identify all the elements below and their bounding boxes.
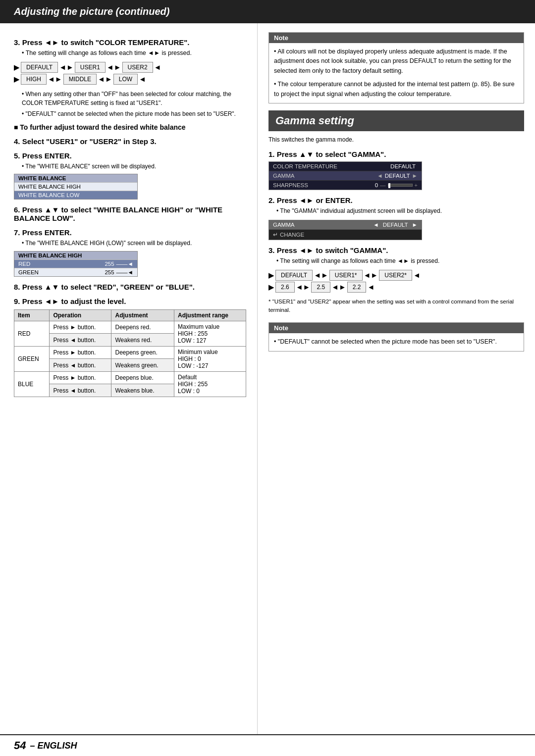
diag-arrow3: ◄► — [47, 75, 63, 83]
gamma-diag-arrow1: ◄► — [313, 271, 329, 279]
wbhl-screen: WHITE BALANCE HIGH RED 255 ——◄ GREEN 255… — [14, 251, 138, 277]
wbhl-red-bar: ——◄ — [116, 261, 133, 267]
ct-gamma-value: DEFAULT — [385, 173, 410, 179]
step5-bullet1: The "WHITE BALANCE" screen will be displ… — [22, 162, 246, 171]
page-footer: 54 – ENGLISH — [0, 734, 535, 756]
red-adj2: Weakens red. — [111, 334, 174, 347]
note-box-1: Note • All colours will not be displayed… — [268, 32, 524, 103]
step6-title: 6. Press ▲▼ to select "WHITE BALANCE HIG… — [14, 205, 246, 222]
arrow-corner-tl: ▶ — [14, 63, 20, 72]
blue-op1: Press ► button. — [50, 371, 111, 384]
note-box-1-header: Note — [269, 33, 524, 43]
blue-adj2: Weakens blue. — [111, 384, 174, 397]
ct-colortemp-value: DEFAULT — [390, 163, 416, 169]
gamma-step1-title: 1. Press ▲▼ to select "GAMMA". — [268, 150, 524, 158]
gamma-screen1: COLOR TEMPERATURE DEFAULT GAMMA ◄ DEFAUL… — [268, 161, 422, 190]
arrow-corner-bl: ▶ — [14, 75, 20, 84]
ct-row-sharpness: SHARPNESS 0 — + — [269, 181, 422, 190]
wb-row-low: WHITE BALANCE LOW — [14, 191, 137, 199]
sharpness-bar: 0 — + — [375, 182, 418, 188]
wbhl-green-label: GREEN — [18, 269, 105, 275]
step7-title: 7. Press ENTER. — [14, 228, 246, 237]
gamma-arrow-br: ◄ — [367, 283, 374, 291]
green-op1: Press ► button. — [50, 346, 111, 359]
note-box-2-header: Note — [269, 323, 524, 333]
gamma-screen2-arrow-right: ► — [412, 222, 418, 228]
note1-bullet1: • All colours will not be displayed prop… — [274, 47, 519, 76]
item-green: GREEN — [14, 346, 50, 371]
gamma-footnote: * "USER1" and "USER2" appear when the se… — [268, 298, 524, 315]
step3-bullet1: The setting will change as follows each … — [22, 49, 246, 58]
note2-bullet1: • "DEFAULT" cannot be selected when the … — [274, 337, 519, 347]
green-op2: Press ◄ button. — [50, 359, 111, 372]
gamma-diag-arrow2: ◄► — [363, 271, 379, 279]
red-op2: Press ◄ button. — [50, 334, 111, 347]
gamma-step3-title: 3. Press ◄► to switch "GAMMA". — [268, 246, 524, 254]
page-header: Adjusting the picture (continued) — [0, 0, 535, 23]
gamma-diag-user2: USER2* — [379, 270, 412, 281]
col-adjustment: Adjustment — [111, 309, 174, 321]
note-box-1-content: • All colours will not be displayed prop… — [269, 43, 524, 103]
wbhl-red-row: RED 255 ——◄ — [14, 260, 137, 268]
diag-low: LOW — [113, 74, 138, 85]
arrow-corner-br: ◄ — [139, 75, 146, 83]
ct-gamma-arrow-right: ► — [412, 173, 418, 179]
gamma-screen2-label: GAMMA — [273, 222, 373, 228]
diag-arrow4: ◄► — [97, 75, 113, 83]
wbhl-red-value: 255 — [105, 261, 114, 267]
wbhl-green-row: GREEN 255 ——◄ — [14, 268, 137, 276]
sharpness-end: + — [415, 182, 418, 188]
gamma-screen2: GAMMA ◄ DEFAULT ► ↵ CHANGE — [268, 220, 422, 240]
red-op1: Press ► button. — [50, 321, 111, 334]
gamma-step2-bullet1: The "GAMMA" individual adjustment screen… — [276, 206, 524, 216]
wb-screen: WHITE BALANCE WHITE BALANCE HIGH WHITE B… — [14, 174, 138, 200]
gamma-screen2-header: GAMMA ◄ DEFAULT ► — [269, 220, 422, 230]
wbhl-header: WHITE BALANCE HIGH — [14, 252, 137, 260]
col-range: Adjustment range — [174, 309, 246, 321]
diag-arrow1: ◄► — [58, 63, 75, 71]
wbhl-red-label: RED — [18, 261, 105, 267]
blue-op2: Press ◄ button. — [50, 384, 111, 397]
item-blue: BLUE — [14, 371, 50, 397]
step5-title: 5. Press ENTER. — [14, 151, 246, 160]
gamma-arrow-tr: ◄ — [413, 271, 421, 279]
col-operation: Operation — [50, 309, 111, 321]
diag-user1: USER1 — [75, 62, 106, 73]
diag-user2: USER2 — [122, 62, 153, 73]
step7-bullet1: The "WHITE BALANCE HIGH (LOW)" screen wi… — [22, 239, 246, 248]
red-row1: RED Press ► button. Deepens red. Maximum… — [14, 321, 246, 334]
gamma-diag-26: 2.6 — [275, 282, 295, 293]
right-column: Note • All colours will not be displayed… — [258, 23, 535, 734]
blue-adj1: Deepens blue. — [111, 371, 174, 384]
gamma-setting-title: Gamma setting — [268, 110, 524, 131]
adjustment-table: Item Operation Adjustment Adjustment ran… — [14, 309, 246, 397]
header-title: Adjusting the picture (continued) — [14, 6, 169, 17]
gamma-diag-arrow4: ◄► — [330, 283, 347, 291]
diagram-row1: ▶ DEFAULT ◄► USER1 ◄► USER2 ◄ — [14, 62, 246, 73]
gamma-change-icon: ↵ — [273, 231, 278, 238]
color-temp-diagram: ▶ DEFAULT ◄► USER1 ◄► USER2 ◄ ▶ HIGH ◄► … — [14, 62, 246, 85]
diag-default: DEFAULT — [21, 62, 58, 73]
gamma-diag-row2: ▶ 2.6 ◄► 2.5 ◄► 2.2 ◄ — [268, 282, 524, 293]
further-adjust-title: ■ To further adjust toward the desired w… — [14, 123, 246, 131]
wbhl-green-value: 255 — [105, 269, 114, 275]
gamma-diag-row1: ▶ DEFAULT ◄► USER1* ◄► USER2* ◄ — [268, 270, 524, 281]
gamma-step2-title: 2. Press ◄► or ENTER. — [268, 196, 524, 204]
red-adj1: Deepens red. — [111, 321, 174, 334]
sharpness-dash: — — [380, 182, 386, 188]
ct-colortemp-label: COLOR TEMPERATURE — [273, 163, 388, 169]
step8-title: 8. Press ▲▼ to select "RED", "GREEN" or … — [14, 283, 246, 291]
diag-high: HIGH — [21, 74, 47, 85]
note1-bullet2: • The colour temperature cannot be adjus… — [274, 80, 519, 99]
diag-middle: MIDDLE — [63, 74, 97, 85]
blue-range: DefaultHIGH : 255LOW : 0 — [174, 371, 246, 397]
sharpness-dot — [388, 183, 390, 188]
gamma-diag-22: 2.2 — [347, 282, 367, 293]
green-range: Minimum valueHIGH : 0LOW : -127 — [174, 346, 246, 371]
ct-row-colortemp: COLOR TEMPERATURE DEFAULT — [269, 162, 422, 171]
sharpness-track — [388, 184, 413, 187]
gamma-diag-25: 2.5 — [311, 282, 330, 293]
gamma-screen2-value: DEFAULT — [383, 222, 408, 228]
gamma-subtitle: This switches the gamma mode. — [268, 135, 524, 145]
note-box-2-content: • "DEFAULT" cannot be selected when the … — [269, 333, 524, 351]
